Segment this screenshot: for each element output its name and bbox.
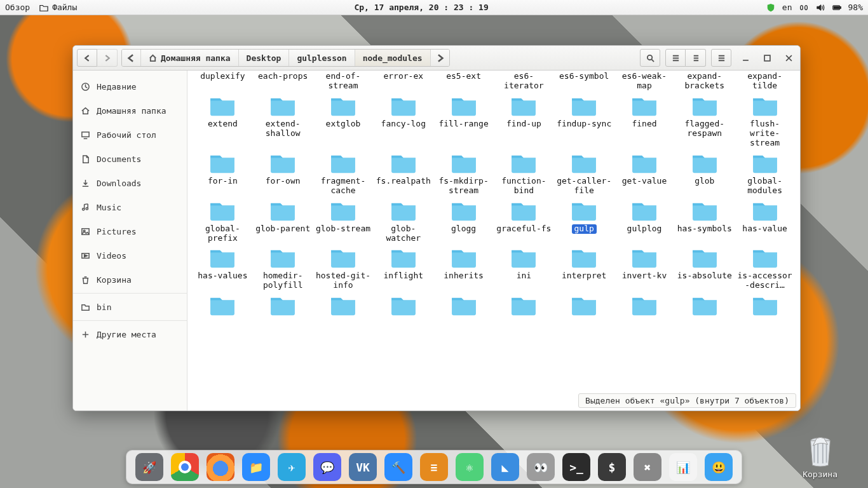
folder-item[interactable]: glob-stream bbox=[313, 198, 374, 245]
dock-app-3[interactable]: 📁 bbox=[242, 453, 270, 481]
folder-item[interactable]: gulplog bbox=[614, 198, 675, 245]
folder-item[interactable]: es6-weak-map bbox=[614, 71, 675, 92]
list-view-button[interactable] bbox=[665, 49, 686, 67]
folder-item[interactable] bbox=[313, 293, 374, 320]
dock-app-10[interactable]: ◣ bbox=[491, 453, 519, 481]
folder-item[interactable]: interpret bbox=[554, 245, 614, 292]
search-button[interactable] bbox=[640, 49, 660, 67]
folder-item[interactable]: inflight bbox=[373, 245, 433, 292]
breadcrumb-node-modules[interactable]: node_modules bbox=[355, 50, 431, 66]
folder-item[interactable]: es5-ext bbox=[433, 71, 494, 92]
folder-item[interactable] bbox=[674, 293, 735, 320]
breadcrumb-desktop[interactable]: Desktop bbox=[239, 50, 290, 66]
folder-item[interactable]: glob-parent bbox=[253, 198, 313, 245]
sidebar-item-pic[interactable]: Pictures bbox=[73, 219, 187, 243]
back-button[interactable] bbox=[77, 49, 97, 67]
folder-item[interactable]: gulp bbox=[554, 198, 614, 245]
folder-item[interactable]: fancy-log bbox=[373, 93, 433, 149]
sidebar-item-music[interactable]: Music bbox=[73, 195, 187, 219]
folder-item[interactable]: invert-kv bbox=[614, 245, 675, 292]
folder-item[interactable]: es6-symbol bbox=[554, 71, 614, 92]
folder-item[interactable]: for-own bbox=[253, 151, 313, 197]
maximize-button[interactable] bbox=[759, 49, 775, 67]
volume-icon[interactable] bbox=[815, 3, 825, 13]
folder-item[interactable]: glob bbox=[674, 151, 735, 197]
sidebar-item-doc[interactable]: Documents bbox=[73, 147, 187, 171]
desktop-trash[interactable]: Корзина bbox=[803, 436, 837, 479]
dock-app-12[interactable]: >_ bbox=[562, 453, 590, 481]
shield-icon[interactable] bbox=[766, 3, 776, 13]
folder-item[interactable]: findup-sync bbox=[554, 93, 614, 149]
dock-app-13[interactable]: $ bbox=[598, 453, 626, 481]
hamburger-menu-button[interactable] bbox=[711, 49, 731, 67]
sidebar-item-other-places[interactable]: Другие места bbox=[73, 322, 187, 346]
app-menu-files[interactable]: Файлы bbox=[39, 3, 77, 13]
dock-app-11[interactable]: 👀 bbox=[527, 453, 555, 481]
sidebar-item-vid[interactable]: Videos bbox=[73, 243, 187, 268]
dock-app-4[interactable]: ✈ bbox=[278, 453, 306, 481]
sidebar-item-down[interactable]: Downloads bbox=[73, 171, 187, 195]
folder-item[interactable]: fs.realpath bbox=[373, 151, 433, 197]
sidebar-item-trash[interactable]: Корзина bbox=[73, 268, 187, 292]
dock-app-1[interactable] bbox=[171, 453, 199, 481]
dock-app-6[interactable]: VK bbox=[349, 453, 377, 481]
breadcrumb-home[interactable]: Домашняя папка bbox=[141, 50, 239, 66]
dock-app-16[interactable]: 😃 bbox=[705, 453, 733, 481]
folder-item[interactable]: function-bind bbox=[494, 151, 554, 197]
folder-item[interactable]: expand-brackets bbox=[674, 71, 735, 92]
accessibility-icon[interactable] bbox=[799, 3, 809, 13]
folder-item[interactable]: get-caller-file bbox=[554, 151, 614, 197]
folder-item[interactable]: global-prefix bbox=[193, 198, 253, 245]
folder-item[interactable] bbox=[193, 293, 253, 320]
battery-icon[interactable] bbox=[832, 3, 842, 13]
folder-item[interactable]: fs-mkdirp-stream bbox=[433, 151, 494, 197]
folder-item[interactable] bbox=[253, 293, 313, 320]
dock-app-7[interactable]: 🔨 bbox=[384, 453, 412, 481]
folder-item[interactable]: flagged-respawn bbox=[674, 93, 735, 149]
breadcrumb-prev[interactable] bbox=[122, 50, 141, 66]
folder-item[interactable]: for-in bbox=[193, 151, 253, 197]
folder-item[interactable] bbox=[554, 293, 614, 320]
folder-item[interactable]: get-value bbox=[614, 151, 675, 197]
folder-item[interactable]: global-modules bbox=[735, 151, 795, 197]
folder-item[interactable]: is-accessor-descri… bbox=[735, 245, 795, 292]
folder-item[interactable]: ini bbox=[494, 245, 554, 292]
folder-content[interactable]: duplexifyeach-propsend-of-streamerror-ex… bbox=[187, 71, 800, 410]
folder-item[interactable]: homedir-polyfill bbox=[253, 245, 313, 292]
dock-app-9[interactable]: ⚛ bbox=[456, 453, 484, 481]
folder-item[interactable]: glogg bbox=[433, 198, 494, 245]
folder-item[interactable]: error-ex bbox=[373, 71, 433, 92]
folder-item[interactable]: flush-write-stream bbox=[735, 93, 795, 149]
sidebar-item-clock[interactable]: Недавние bbox=[73, 74, 187, 98]
dock-app-15[interactable]: 📊 bbox=[669, 453, 697, 481]
folder-item[interactable]: extglob bbox=[313, 93, 374, 149]
activities-button[interactable]: Обзор bbox=[5, 3, 30, 12]
folder-item[interactable]: inherits bbox=[433, 245, 494, 292]
breadcrumb-gulplesson[interactable]: gulplesson bbox=[289, 50, 355, 66]
dock-app-5[interactable]: 💬 bbox=[313, 453, 341, 481]
folder-item[interactable] bbox=[614, 293, 675, 320]
dock-app-2[interactable] bbox=[207, 453, 234, 481]
folder-item[interactable]: duplexify bbox=[193, 71, 253, 92]
folder-item[interactable]: each-props bbox=[253, 71, 313, 92]
folder-item[interactable]: has-value bbox=[735, 198, 795, 245]
minimize-button[interactable] bbox=[738, 49, 753, 67]
dock-app-8[interactable]: ≡ bbox=[420, 453, 448, 481]
sidebar-item-home[interactable]: Домашняя папка bbox=[73, 98, 187, 123]
close-button[interactable] bbox=[781, 49, 796, 67]
folder-item[interactable]: hosted-git-info bbox=[313, 245, 374, 292]
folder-item[interactable]: fined bbox=[614, 93, 675, 149]
keyboard-layout[interactable]: en bbox=[782, 3, 792, 12]
folder-item[interactable]: fragment-cache bbox=[313, 151, 374, 197]
sidebar-item-bin[interactable]: bin bbox=[73, 295, 187, 319]
folder-item[interactable] bbox=[735, 293, 795, 320]
dock-app-0[interactable]: 🚀 bbox=[135, 453, 163, 481]
folder-item[interactable]: find-up bbox=[494, 93, 554, 149]
folder-item[interactable]: graceful-fs bbox=[494, 198, 554, 245]
folder-item[interactable]: extend-shallow bbox=[253, 93, 313, 149]
folder-item[interactable]: fill-range bbox=[433, 93, 494, 149]
folder-item[interactable] bbox=[494, 293, 554, 320]
folder-item[interactable]: is-absolute bbox=[674, 245, 735, 292]
folder-item[interactable]: es6-iterator bbox=[494, 71, 554, 92]
sidebar-item-desktop[interactable]: Рабочий стол bbox=[73, 123, 187, 147]
